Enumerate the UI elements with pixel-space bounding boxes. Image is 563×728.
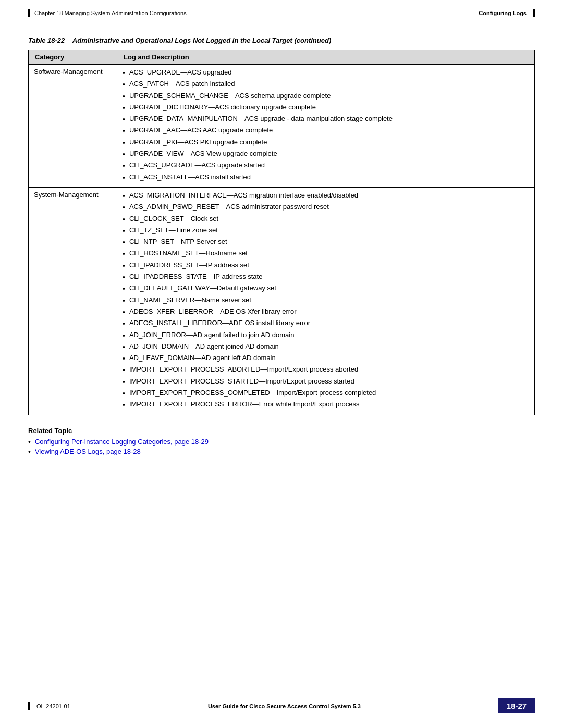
related-topic-section: Related Topic •Configuring Per-Instance … — [28, 427, 535, 456]
list-item: •IMPORT_EXPORT_PROCESS_ABORTED—Import/Ex… — [123, 365, 529, 375]
log-item-text: CLI_NAME_SERVER—Name server set — [129, 295, 251, 305]
header-bar-left — [28, 9, 30, 17]
log-item-text: AD_JOIN_DOMAIN—AD agent joined AD domain — [129, 342, 279, 352]
log-item-text: ADEOS_INSTALL_LIBERROR—ADE OS install li… — [129, 318, 310, 328]
header-bar-right — [533, 9, 535, 17]
page-footer: OL-24201-01 User Guide for Cisco Secure … — [0, 694, 563, 713]
bullet-icon: • — [123, 330, 125, 341]
list-item: •UPGRADE_AAC—ACS AAC upgrade complete — [123, 126, 529, 136]
table-number: Table 18-22 — [28, 36, 65, 44]
list-item: •AD_JOIN_DOMAIN—AD agent joined AD domai… — [123, 342, 529, 352]
bullet-icon: • — [123, 202, 125, 213]
bullet-icon: • — [123, 191, 125, 201]
list-item: •UPGRADE_DATA_MANIPULATION—ACS upgrade -… — [123, 114, 529, 125]
log-item-text: CLI_ACS_UPGRADE—ACS upgrade started — [129, 161, 265, 170]
table-cell-category: System-Management — [29, 187, 117, 415]
table-cell-log: •ACS_UPGRADE—ACS upgraded•ACS_PATCH—ACS … — [117, 65, 535, 188]
log-item-text: UPGRADE_DATA_MANIPULATION—ACS upgrade - … — [129, 114, 393, 124]
list-item: •CLI_HOSTNAME_SET—Hostname set — [123, 249, 529, 259]
log-item-text: UPGRADE_PKI—ACS PKI upgrade complete — [129, 138, 267, 147]
related-topic-title: Related Topic — [28, 427, 535, 435]
related-links-list: •Configuring Per-Instance Logging Catego… — [28, 438, 535, 456]
bullet-icon: • — [123, 149, 125, 159]
log-item-text: IMPORT_EXPORT_PROCESS_STARTED—Import/Exp… — [129, 377, 354, 387]
log-item-text: UPGRADE_SCHEMA_CHANGE—ACS schema upgrade… — [129, 91, 331, 101]
related-link[interactable]: Configuring Per-Instance Logging Categor… — [35, 438, 209, 446]
list-item: •IMPORT_EXPORT_PROCESS_STARTED—Import/Ex… — [123, 377, 529, 387]
log-list: •ACS_MIGRATION_INTERFACE—ACS migration i… — [123, 191, 529, 411]
list-item: •ADEOS_XFER_LIBERROR—ADE OS Xfer library… — [123, 307, 529, 317]
col-header-log: Log and Description — [117, 50, 535, 65]
table-row: Software-Management•ACS_UPGRADE—ACS upgr… — [29, 65, 535, 188]
header-right: Configuring Logs — [479, 9, 535, 17]
list-item: •AD_LEAVE_DOMAIN—AD agent left AD domain — [123, 353, 529, 364]
bullet-icon: • — [123, 103, 125, 113]
list-item: •UPGRADE_DICTIONARY—ACS dictionary upgra… — [123, 103, 529, 113]
bullet-icon: • — [123, 272, 125, 282]
col-header-category: Category — [29, 50, 117, 65]
log-item-text: UPGRADE_AAC—ACS AAC upgrade complete — [129, 126, 273, 135]
log-item-text: ADEOS_XFER_LIBERROR—ADE OS Xfer library … — [129, 307, 297, 317]
header-left: Chapter 18 Managing System Administratio… — [28, 9, 187, 17]
list-item: •CLI_TZ_SET—Time zone set — [123, 226, 529, 236]
log-item-text: ACS_ADMIN_PSWD_RESET—ACS administrator p… — [129, 202, 329, 212]
log-item-text: ACS_MIGRATION_INTERFACE—ACS migration in… — [129, 191, 358, 201]
list-item: •Viewing ADE-OS Logs, page 18-28 — [28, 448, 535, 456]
log-item-text: UPGRADE_DICTIONARY—ACS dictionary upgrad… — [129, 103, 316, 113]
list-item: •CLI_NAME_SERVER—Name server set — [123, 295, 529, 306]
page-header: Chapter 18 Managing System Administratio… — [0, 0, 563, 21]
log-item-text: ACS_PATCH—ACS patch installed — [129, 79, 235, 89]
bullet-icon: • — [123, 161, 125, 171]
list-item: •CLI_IPADDRESS_STATE—IP address state — [123, 272, 529, 282]
list-item: •CLI_CLOCK_SET—Clock set — [123, 214, 529, 225]
bullet-icon: • — [123, 295, 125, 306]
list-item: •CLI_ACS_UPGRADE—ACS upgrade started — [123, 161, 529, 171]
list-item: •AD_JOIN_ERROR—AD agent failed to join A… — [123, 330, 529, 341]
bullet-icon: • — [123, 226, 125, 236]
footer-guide-title: User Guide for Cisco Secure Access Contr… — [70, 703, 498, 709]
header-chapter: Chapter 18 Managing System Administratio… — [34, 10, 187, 16]
bullet-icon: • — [123, 318, 125, 329]
list-item: •ACS_UPGRADE—ACS upgraded — [123, 68, 529, 78]
log-item-text: ACS_UPGRADE—ACS upgraded — [129, 68, 232, 78]
log-item-text: CLI_IPADDRESS_STATE—IP address state — [129, 272, 263, 282]
footer-bar — [28, 702, 30, 710]
table-header-row: Category Log and Description — [29, 50, 535, 65]
main-table: Category Log and Description Software-Ma… — [28, 50, 535, 415]
table-cell-category: Software-Management — [29, 65, 117, 188]
list-item: •ACS_PATCH—ACS patch installed — [123, 79, 529, 90]
bullet-icon: • — [123, 283, 125, 294]
bullet-icon: • — [28, 438, 31, 446]
bullet-icon: • — [123, 114, 125, 125]
list-item: •IMPORT_EXPORT_PROCESS_COMPLETED—Import/… — [123, 388, 529, 399]
list-item: •Configuring Per-Instance Logging Catego… — [28, 438, 535, 446]
table-title: Table 18-22 Administrative and Operation… — [28, 36, 535, 44]
log-item-text: UPGRADE_VIEW—ACS View upgrade complete — [129, 149, 277, 159]
header-section: Configuring Logs — [479, 10, 527, 16]
bullet-icon: • — [123, 138, 125, 148]
footer-left: OL-24201-01 — [28, 702, 70, 710]
bullet-icon: • — [123, 365, 125, 375]
log-item-text: AD_JOIN_ERROR—AD agent failed to join AD… — [129, 330, 294, 340]
related-link[interactable]: Viewing ADE-OS Logs, page 18-28 — [35, 448, 141, 455]
bullet-icon: • — [123, 377, 125, 387]
bullet-icon: • — [123, 261, 125, 271]
log-item-text: CLI_NTP_SET—NTP Server set — [129, 237, 227, 247]
bullet-icon: • — [123, 68, 125, 78]
bullet-icon: • — [28, 448, 31, 456]
list-item: •CLI_NTP_SET—NTP Server set — [123, 237, 529, 248]
list-item: •CLI_ACS_INSTALL—ACS install started — [123, 172, 529, 183]
list-item: •ACS_ADMIN_PSWD_RESET—ACS administrator … — [123, 202, 529, 213]
log-item-text: IMPORT_EXPORT_PROCESS_COMPLETED—Import/E… — [129, 388, 376, 398]
bullet-icon: • — [123, 249, 125, 259]
log-item-text: CLI_ACS_INSTALL—ACS install started — [129, 172, 251, 182]
footer-doc-number: OL-24201-01 — [36, 703, 70, 709]
bullet-icon: • — [123, 79, 125, 90]
log-item-text: AD_LEAVE_DOMAIN—AD agent left AD domain — [129, 353, 276, 363]
bullet-icon: • — [123, 400, 125, 410]
list-item: •IMPORT_EXPORT_PROCESS_ERROR—Error while… — [123, 400, 529, 410]
list-item: •UPGRADE_PKI—ACS PKI upgrade complete — [123, 138, 529, 148]
table-cell-log: •ACS_MIGRATION_INTERFACE—ACS migration i… — [117, 187, 535, 415]
log-item-text: CLI_TZ_SET—Time zone set — [129, 226, 218, 236]
bullet-icon: • — [123, 237, 125, 248]
